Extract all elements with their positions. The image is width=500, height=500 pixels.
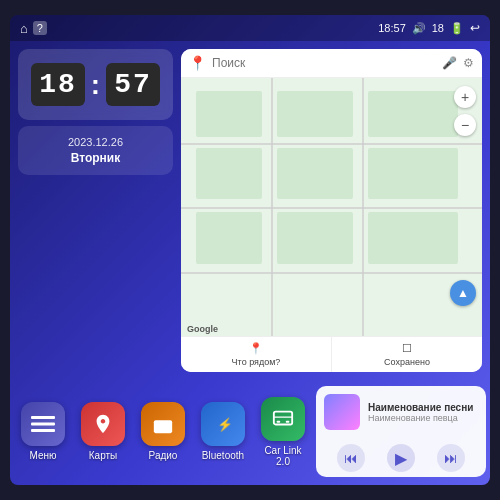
- map-gear-icon[interactable]: ⚙: [463, 56, 474, 70]
- clock-minutes: 57: [106, 63, 160, 106]
- app-item-carlink[interactable]: Car Link 2.0: [258, 397, 308, 467]
- map-nearby-btn[interactable]: 📍 Что рядом?: [181, 337, 332, 372]
- app-label-bluetooth: Bluetooth: [202, 450, 244, 461]
- main-content: 18 : 57 2023.12.26 Вторник 📍 🎤 ⚙: [10, 41, 490, 380]
- map-zoom-out-btn[interactable]: −: [454, 114, 476, 136]
- svg-rect-1: [31, 423, 55, 426]
- app-item-bluetooth[interactable]: ⚡ Bluetooth: [198, 402, 248, 461]
- map-panel: 📍 🎤 ⚙: [181, 49, 482, 372]
- battery-icon: 🔋: [450, 22, 464, 35]
- clock-widget: 18 : 57: [18, 49, 173, 120]
- map-mic-icon[interactable]: 🎤: [442, 56, 457, 70]
- svg-rect-8: [277, 420, 281, 422]
- date-day: Вторник: [28, 151, 163, 165]
- map-area[interactable]: + − ▲ Google: [181, 78, 482, 336]
- nearby-label: Что рядом?: [232, 357, 281, 367]
- svg-text:⚡: ⚡: [217, 417, 234, 433]
- svg-rect-9: [286, 420, 290, 422]
- song-info: Наименование песни Наименование певца: [368, 402, 478, 423]
- svg-rect-0: [31, 416, 55, 419]
- app-icon-maps: [81, 402, 125, 446]
- map-grid: [181, 78, 482, 336]
- app-icon-bluetooth: ⚡: [201, 402, 245, 446]
- music-player: Наименование песни Наименование певца ⏮ …: [316, 386, 486, 477]
- prev-button[interactable]: ⏮: [337, 444, 365, 472]
- map-zoom-in-btn[interactable]: +: [454, 86, 476, 108]
- clock-separator: :: [91, 69, 100, 101]
- date-widget: 2023.12.26 Вторник: [18, 126, 173, 175]
- google-logo: Google: [187, 324, 218, 334]
- app-icon-menu: [21, 402, 65, 446]
- battery-level: 18: [432, 22, 444, 34]
- svg-point-4: [160, 424, 166, 430]
- saved-label: Сохранено: [384, 357, 430, 367]
- bottom-section: Меню Карты Радио ⚡ Bluetooth: [10, 380, 490, 485]
- clock-hours: 18: [31, 63, 85, 106]
- app-label-radio: Радио: [149, 450, 178, 461]
- map-nav-btn[interactable]: ▲: [450, 280, 476, 306]
- music-info-row: Наименование песни Наименование певца: [316, 386, 486, 438]
- volume-icon: 🔊: [412, 22, 426, 35]
- nearby-icon: 📍: [249, 342, 263, 355]
- music-controls: ⏮ ▶ ⏭: [316, 438, 486, 477]
- app-icon-carlink: [261, 397, 305, 441]
- left-panel: 18 : 57 2023.12.26 Вторник: [18, 49, 173, 372]
- app-label-maps: Карты: [89, 450, 118, 461]
- map-search-input[interactable]: [212, 56, 436, 70]
- question-icon[interactable]: ?: [33, 21, 47, 35]
- play-button[interactable]: ▶: [387, 444, 415, 472]
- map-search-bar: 📍 🎤 ⚙: [181, 49, 482, 78]
- home-icon[interactable]: ⌂: [20, 21, 28, 36]
- app-icon-radio: [141, 402, 185, 446]
- svg-rect-5: [156, 423, 160, 425]
- map-pin-icon: 📍: [189, 55, 206, 71]
- album-art-image: [324, 394, 360, 430]
- status-left-icons: ⌂ ?: [20, 21, 47, 36]
- date-text: 2023.12.26: [28, 136, 163, 148]
- song-artist: Наименование певца: [368, 413, 478, 423]
- app-label-menu: Меню: [29, 450, 56, 461]
- app-item-maps[interactable]: Карты: [78, 402, 128, 461]
- album-art: [324, 394, 360, 430]
- app-label-carlink: Car Link 2.0: [258, 445, 308, 467]
- svg-rect-2: [31, 429, 55, 432]
- app-item-menu[interactable]: Меню: [18, 402, 68, 461]
- back-icon[interactable]: ↩: [470, 21, 480, 35]
- map-saved-btn[interactable]: ☐ Сохранено: [332, 337, 482, 372]
- svg-rect-7: [274, 411, 292, 424]
- saved-icon: ☐: [402, 342, 412, 355]
- clock-display: 18 : 57: [31, 63, 160, 106]
- app-grid: Меню Карты Радио ⚡ Bluetooth: [18, 386, 308, 477]
- song-title: Наименование песни: [368, 402, 478, 413]
- next-button[interactable]: ⏭: [437, 444, 465, 472]
- app-item-radio[interactable]: Радио: [138, 402, 188, 461]
- status-time: 18:57: [378, 22, 406, 34]
- map-footer: 📍 Что рядом? ☐ Сохранено: [181, 336, 482, 372]
- status-bar: ⌂ ? 18:57 🔊 18 🔋 ↩: [10, 15, 490, 41]
- device-frame: ⌂ ? 18:57 🔊 18 🔋 ↩ 18 : 57 2023.12.26 Вт…: [10, 15, 490, 485]
